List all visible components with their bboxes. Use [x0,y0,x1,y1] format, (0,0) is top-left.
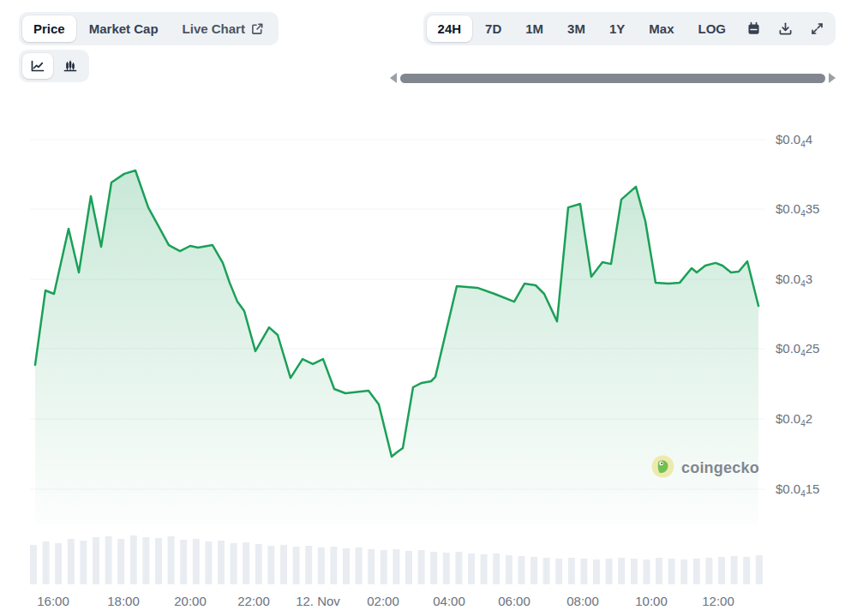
y-axis-label: $0.0425 [776,341,819,358]
gecko-logo-icon [651,455,674,481]
coingecko-watermark: coingecko [651,455,759,481]
x-axis-label: 22:00 [237,594,270,608]
x-axis-label: 02:00 [367,594,399,608]
volume-bars [30,535,763,584]
x-axis-label: 20:00 [174,594,207,608]
y-axis-label: $0.0435 [776,201,819,218]
price-area-fill [35,170,758,524]
y-axis-label: $0.043 [776,272,812,289]
x-axis-label: 04:00 [433,594,465,608]
x-axis-label: 08:00 [566,594,599,608]
y-axis-label: $0.044 [776,132,812,149]
x-axis-label: 10:00 [635,594,668,608]
x-axis-label: 12:00 [702,594,734,608]
y-axis-label: $0.0415 [776,481,819,499]
x-axis-label: 12. Nov [296,594,340,608]
y-axis-label: $0.042 [776,411,812,428]
x-axis-label: 06:00 [498,594,530,608]
price-area-chart[interactable] [0,0,857,616]
x-axis-label: 16:00 [37,594,69,608]
watermark-text: coingecko [681,459,759,477]
x-axis-label: 18:00 [107,594,140,608]
